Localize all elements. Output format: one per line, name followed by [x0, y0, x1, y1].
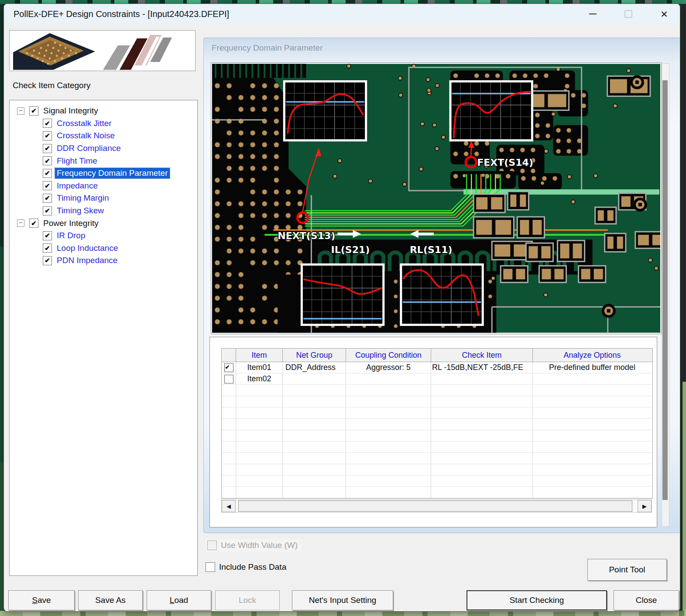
- table-row-empty[interactable]: [222, 464, 652, 476]
- check-item-tree[interactable]: −✔Signal Integrity✔Crosstalk Jitter✔Cros…: [9, 100, 198, 576]
- column-header-Coupling Condition[interactable]: Coupling Condition: [346, 349, 431, 362]
- tree-item-ir-drop[interactable]: ✔IR Drop: [10, 229, 197, 242]
- tree-item-label[interactable]: IR Drop: [55, 230, 87, 241]
- save-button[interactable]: Save: [8, 590, 75, 610]
- tree-checkbox[interactable]: ✔: [43, 206, 52, 216]
- tree-item-label[interactable]: Frequency Domain Parameter: [55, 168, 170, 178]
- tree-item-impedance[interactable]: ✔Impedance: [10, 180, 197, 192]
- start-checking-button[interactable]: Start Checking: [466, 590, 607, 610]
- row-select-cell[interactable]: ✔: [222, 362, 236, 373]
- tree-item-power-integrity[interactable]: −✔Power Integrity: [10, 217, 197, 229]
- close-button[interactable]: Close: [614, 590, 679, 610]
- tree-item-label[interactable]: PDN Impedance: [55, 255, 119, 266]
- point-tool-button[interactable]: Point Tool: [587, 559, 667, 581]
- table-row-empty[interactable]: [222, 407, 652, 419]
- table-cell-empty: [346, 464, 431, 476]
- tree-item-flight-time[interactable]: ✔Flight Time: [10, 154, 197, 167]
- tree-item-signal-integrity[interactable]: −✔Signal Integrity: [10, 105, 197, 117]
- column-header-Check Item[interactable]: Check Item: [431, 349, 533, 362]
- table-row-empty[interactable]: [222, 419, 652, 430]
- table-cell-empty: [222, 441, 236, 453]
- table-cell-empty: [283, 464, 346, 476]
- tree-checkbox[interactable]: ✔: [29, 219, 38, 228]
- save-as-button[interactable]: Save As: [78, 590, 143, 610]
- tree-item-label[interactable]: Crosstalk Jitter: [55, 118, 113, 129]
- column-header-Analyze Options[interactable]: Analyze Options: [533, 349, 652, 362]
- table-row-empty[interactable]: [222, 487, 652, 498]
- tree-checkbox[interactable]: ✔: [43, 181, 52, 190]
- tree-checkbox[interactable]: ✔: [43, 256, 52, 265]
- load-button[interactable]: Load: [147, 590, 211, 610]
- tree-checkbox[interactable]: ✔: [43, 169, 52, 178]
- include-pass-data-box[interactable]: [206, 562, 215, 572]
- pcb-layout-image: NEXT(S13) FEXT(S14) IL(S21) RL(S11): [211, 62, 662, 334]
- tree-checkbox[interactable]: ✔: [43, 144, 52, 153]
- row-checkbox[interactable]: ✔: [224, 363, 233, 372]
- minimize-button[interactable]: [579, 4, 606, 24]
- tree-item-frequency-domain-parameter[interactable]: ✔Frequency Domain Parameter: [10, 167, 197, 180]
- table-row-empty[interactable]: [222, 476, 652, 487]
- table-row[interactable]: Item02: [222, 373, 652, 385]
- table-row[interactable]: ✔Item01DDR_AddressAggressor: 5RL -15dB,N…: [222, 362, 652, 373]
- tree-checkbox[interactable]: ✔: [43, 156, 52, 165]
- vertical-scrollbar-thumb[interactable]: [662, 80, 668, 500]
- tree-item-label[interactable]: Flight Time: [55, 156, 99, 166]
- tree-item-timing-skew[interactable]: ✔Timing Skew: [10, 205, 197, 217]
- table-cell-empty: [222, 396, 236, 407]
- tree-item-timing-margin[interactable]: ✔Timing Margin: [10, 192, 197, 205]
- use-width-value-label: Use Width Value (W): [221, 541, 298, 550]
- tree-item-label[interactable]: DDR Compliance: [55, 143, 123, 154]
- tree-checkbox[interactable]: ✔: [43, 119, 52, 128]
- tree-checkbox[interactable]: ✔: [43, 243, 52, 253]
- scroll-left-arrow[interactable]: ◀: [222, 500, 236, 512]
- use-width-value-checkbox: Use Width Value (W): [206, 539, 302, 552]
- column-header-Net Group[interactable]: Net Group: [283, 349, 346, 362]
- table-horizontal-scrollbar[interactable]: ◀ ▶: [221, 500, 652, 513]
- tree-checkbox[interactable]: ✔: [43, 194, 52, 203]
- expander-minus-icon[interactable]: −: [17, 219, 24, 227]
- tree-item-label[interactable]: Timing Skew: [55, 205, 106, 216]
- tree-item-label[interactable]: Power Integrity: [41, 218, 100, 229]
- tree-checkbox[interactable]: ✔: [29, 106, 38, 116]
- tree-item-loop-inductance[interactable]: ✔Loop Inductance: [10, 242, 197, 255]
- column-header-select[interactable]: [222, 349, 236, 362]
- minimize-icon: [589, 14, 597, 14]
- tree-item-label[interactable]: Signal Integrity: [41, 106, 100, 116]
- tree-item-label[interactable]: Crosstalk Noise: [55, 130, 117, 141]
- sparam-chart-fext: [450, 81, 532, 140]
- groupbox-vertical-scrollbar[interactable]: [662, 63, 669, 527]
- tree-checkbox[interactable]: ✔: [43, 131, 52, 140]
- scroll-right-arrow[interactable]: ▶: [638, 500, 652, 512]
- tree-checkbox[interactable]: ✔: [43, 231, 52, 240]
- column-header-Item[interactable]: Item: [236, 349, 283, 362]
- table-row-empty[interactable]: [222, 430, 652, 441]
- table-cell-empty: [236, 430, 283, 441]
- table-cell-empty: [222, 430, 236, 441]
- table-cell-empty: [431, 476, 533, 487]
- table-cell-empty: [346, 396, 431, 407]
- tree-item-pdn-impedance[interactable]: ✔PDN Impedance: [10, 254, 197, 267]
- row-checkbox[interactable]: [224, 375, 233, 383]
- include-pass-data-checkbox[interactable]: Include Pass Data: [206, 562, 286, 572]
- tree-item-label[interactable]: Timing Margin: [55, 193, 111, 203]
- maximize-button[interactable]: [615, 4, 642, 24]
- table-row-empty[interactable]: [222, 385, 652, 396]
- tree-item-ddr-compliance[interactable]: ✔DDR Compliance: [10, 142, 197, 155]
- tree-item-crosstalk-jitter[interactable]: ✔Crosstalk Jitter: [10, 117, 197, 130]
- table-cell-empty: [236, 441, 283, 453]
- table-row-empty[interactable]: [222, 396, 652, 407]
- close-button[interactable]: ✕: [651, 4, 678, 24]
- tree-item-crosstalk-noise[interactable]: ✔Crosstalk Noise: [10, 130, 197, 142]
- tree-item-label[interactable]: Impedance: [55, 181, 99, 191]
- net-s-input-setting-button[interactable]: Net's Input Setting: [292, 590, 393, 610]
- row-select-cell[interactable]: [222, 373, 236, 385]
- table-cell-empty: [431, 407, 533, 419]
- expander-minus-icon[interactable]: −: [17, 107, 24, 115]
- table-cell-empty: [236, 396, 283, 407]
- pcb-label-next: NEXT(S13): [278, 230, 335, 241]
- tree-item-label[interactable]: Loop Inductance: [55, 243, 120, 253]
- pcb-label-fext: FEXT(S14): [477, 157, 533, 168]
- horizontal-scrollbar-thumb[interactable]: [238, 500, 632, 512]
- table-row-empty[interactable]: [222, 441, 652, 453]
- table-row-empty[interactable]: [222, 453, 652, 464]
